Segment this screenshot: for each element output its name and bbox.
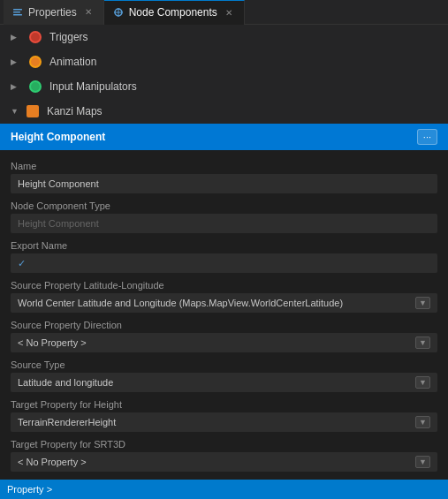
prop-value-export-name[interactable]: ✓ <box>11 253 437 273</box>
animation-icon <box>28 55 42 69</box>
prop-label-target-height: Target Property for Height <box>11 399 437 410</box>
prop-dropdown-target-srt3d[interactable]: < No Property > ▼ <box>11 452 437 472</box>
prop-label-target-srt3d: Target Property for SRT3D <box>11 439 437 450</box>
component-header: Height Component ··· <box>0 124 448 150</box>
prop-value-node-component-type: Height Component <box>11 214 437 233</box>
prop-dropdown-source-type-text: Latitude and longitude <box>18 377 410 388</box>
sidebar-item-animation[interactable]: ▶ Animation <box>0 49 448 74</box>
tab-properties-close[interactable]: ✕ <box>82 6 95 18</box>
svg-rect-1 <box>13 11 20 13</box>
prop-dropdown-source-type[interactable]: Latitude and longitude ▼ <box>11 373 437 392</box>
prop-value-name[interactable]: Height Component <box>11 174 437 193</box>
dropdown-arrow-icon: ▼ <box>415 416 430 428</box>
component-header-label: Height Component <box>11 131 105 143</box>
prop-label-export-name: Export Name <box>11 240 437 251</box>
prop-dropdown-target-height[interactable]: TerrainRendererHeight ▼ <box>11 412 437 432</box>
kanzi-icon <box>26 104 40 118</box>
sidebar: ▶ Triggers ▶ Animation ▶ Input Manipulat… <box>0 25 448 124</box>
prop-dropdown-target-height-text: TerrainRendererHeight <box>18 417 410 427</box>
breadcrumb-text: Property > <box>7 484 52 495</box>
prop-label-source-lat-lng: Source Property Latitude-Longitude <box>11 280 437 291</box>
tab-properties[interactable]: Properties ✕ <box>4 0 104 25</box>
prop-dropdown-source-direction-text: < No Property > <box>18 337 410 348</box>
prop-dropdown-source-direction[interactable]: < No Property > ▼ <box>11 333 437 352</box>
sidebar-item-animation-label: Animation <box>49 56 96 68</box>
node-components-icon <box>113 7 124 18</box>
trigger-icon <box>28 30 42 44</box>
tab-node-components-close[interactable]: ✕ <box>223 7 235 19</box>
sidebar-item-kanzi-maps[interactable]: ▼ Kanzi Maps <box>0 99 448 124</box>
properties-icon <box>12 7 23 18</box>
prop-label-node-component-type: Node Component Type <box>11 200 437 211</box>
prop-label-name: Name <box>11 161 437 171</box>
tab-bar: Properties ✕ Node Components ✕ <box>0 0 448 25</box>
svg-rect-2 <box>13 14 22 16</box>
prop-dropdown-source-lat-lng-text: World Center Latitude and Longitude (Map… <box>18 298 410 308</box>
prop-dropdown-target-srt3d-text: < No Property > <box>18 457 410 467</box>
prop-dropdown-source-lat-lng[interactable]: World Center Latitude and Longitude (Map… <box>11 293 437 313</box>
tab-node-components[interactable]: Node Components ✕ <box>104 0 245 25</box>
sidebar-item-triggers-label: Triggers <box>49 31 88 43</box>
dropdown-arrow-icon: ▼ <box>415 456 430 468</box>
dropdown-arrow-icon: ▼ <box>415 336 430 349</box>
prop-label-source-type: Source Type <box>11 359 437 370</box>
input-icon <box>28 79 42 94</box>
chevron-icon: ▶ <box>11 57 21 66</box>
properties-panel: Name Height Component Node Component Typ… <box>0 150 448 479</box>
expand-arrow-icon: ▼ <box>11 107 19 116</box>
svg-rect-0 <box>13 9 22 11</box>
breadcrumb-bar: Property > <box>0 480 448 499</box>
dropdown-arrow-icon: ▼ <box>415 376 430 389</box>
dropdown-arrow-icon: ▼ <box>415 297 430 309</box>
chevron-icon: ▶ <box>11 33 21 42</box>
sidebar-item-input-manipulators[interactable]: ▶ Input Manipulators <box>0 74 448 99</box>
sidebar-item-triggers[interactable]: ▶ Triggers <box>0 25 448 49</box>
tab-node-components-label: Node Components <box>129 6 217 19</box>
prop-label-source-direction: Source Property Direction <box>11 320 437 330</box>
sidebar-item-input-label: Input Manipulators <box>49 80 137 93</box>
tab-properties-label: Properties <box>28 6 77 19</box>
component-more-button[interactable]: ··· <box>417 129 437 145</box>
chevron-icon: ▶ <box>11 82 21 91</box>
sidebar-item-kanzi-label: Kanzi Maps <box>47 105 103 117</box>
